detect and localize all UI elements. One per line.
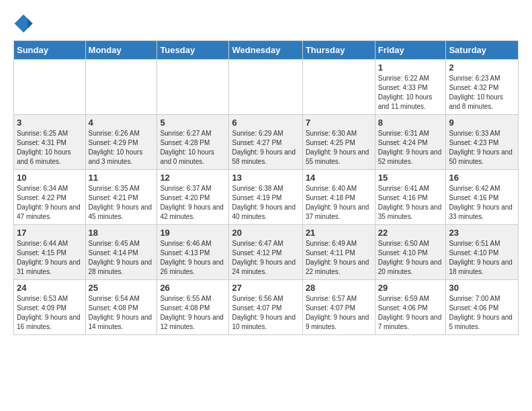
weekday-header-sunday: Sunday [14, 41, 86, 60]
calendar-cell [302, 60, 375, 115]
calendar-cell: 12Sunrise: 6:37 AM Sunset: 4:20 PM Dayli… [157, 170, 229, 225]
day-number: 26 [160, 283, 226, 293]
day-info: Sunrise: 6:55 AM Sunset: 4:08 PM Dayligh… [160, 294, 226, 332]
day-info: Sunrise: 6:30 AM Sunset: 4:25 PM Dayligh… [306, 129, 372, 167]
calendar-cell: 29Sunrise: 6:59 AM Sunset: 4:06 PM Dayli… [375, 280, 446, 335]
calendar-cell [229, 60, 302, 115]
day-number: 19 [160, 228, 226, 238]
page-header [13, 13, 519, 34]
weekday-header-wednesday: Wednesday [229, 41, 302, 60]
calendar-cell: 27Sunrise: 6:56 AM Sunset: 4:07 PM Dayli… [229, 280, 302, 335]
weekday-header-thursday: Thursday [302, 41, 375, 60]
day-number: 20 [232, 228, 299, 238]
day-number: 10 [17, 173, 83, 183]
day-number: 5 [160, 118, 226, 128]
calendar-cell: 21Sunrise: 6:49 AM Sunset: 4:11 PM Dayli… [302, 225, 375, 280]
day-info: Sunrise: 6:47 AM Sunset: 4:12 PM Dayligh… [232, 239, 299, 277]
calendar-cell: 1Sunrise: 6:22 AM Sunset: 4:33 PM Daylig… [375, 60, 446, 115]
day-info: Sunrise: 6:45 AM Sunset: 4:14 PM Dayligh… [89, 239, 154, 277]
day-number: 13 [232, 173, 299, 183]
day-number: 7 [306, 118, 372, 128]
calendar-week-row: 17Sunrise: 6:44 AM Sunset: 4:15 PM Dayli… [14, 225, 519, 280]
calendar-cell: 7Sunrise: 6:30 AM Sunset: 4:25 PM Daylig… [302, 115, 375, 170]
calendar-cell: 4Sunrise: 6:26 AM Sunset: 4:29 PM Daylig… [85, 115, 157, 170]
weekday-header-row: SundayMondayTuesdayWednesdayThursdayFrid… [14, 41, 519, 60]
day-info: Sunrise: 6:33 AM Sunset: 4:23 PM Dayligh… [449, 129, 515, 167]
calendar-cell: 30Sunrise: 7:00 AM Sunset: 4:06 PM Dayli… [446, 280, 519, 335]
day-info: Sunrise: 6:22 AM Sunset: 4:33 PM Dayligh… [378, 74, 443, 111]
day-info: Sunrise: 6:27 AM Sunset: 4:28 PM Dayligh… [160, 129, 226, 167]
calendar-cell: 19Sunrise: 6:46 AM Sunset: 4:13 PM Dayli… [157, 225, 229, 280]
svg-marker-1 [28, 19, 33, 29]
day-number: 2 [449, 62, 515, 73]
calendar-cell: 10Sunrise: 6:34 AM Sunset: 4:22 PM Dayli… [14, 170, 86, 225]
day-info: Sunrise: 6:44 AM Sunset: 4:15 PM Dayligh… [17, 239, 83, 277]
day-number: 27 [232, 283, 299, 293]
weekday-header-tuesday: Tuesday [157, 41, 229, 60]
day-info: Sunrise: 6:40 AM Sunset: 4:18 PM Dayligh… [306, 184, 372, 222]
calendar-cell: 5Sunrise: 6:27 AM Sunset: 4:28 PM Daylig… [157, 115, 229, 170]
calendar-week-row: 1Sunrise: 6:22 AM Sunset: 4:33 PM Daylig… [14, 60, 519, 115]
day-info: Sunrise: 6:59 AM Sunset: 4:06 PM Dayligh… [378, 294, 443, 332]
day-number: 12 [160, 173, 226, 183]
day-info: Sunrise: 6:42 AM Sunset: 4:16 PM Dayligh… [449, 184, 515, 222]
logo [13, 13, 36, 34]
day-info: Sunrise: 6:54 AM Sunset: 4:08 PM Dayligh… [89, 294, 154, 332]
calendar-cell [14, 60, 86, 115]
logo-icon [13, 13, 34, 34]
day-info: Sunrise: 6:41 AM Sunset: 4:16 PM Dayligh… [378, 184, 443, 222]
calendar-cell: 28Sunrise: 6:57 AM Sunset: 4:07 PM Dayli… [302, 280, 375, 335]
calendar-cell: 16Sunrise: 6:42 AM Sunset: 4:16 PM Dayli… [446, 170, 519, 225]
day-number: 17 [17, 228, 83, 238]
day-info: Sunrise: 6:23 AM Sunset: 4:32 PM Dayligh… [449, 74, 515, 111]
calendar-cell: 9Sunrise: 6:33 AM Sunset: 4:23 PM Daylig… [446, 115, 519, 170]
calendar-cell: 14Sunrise: 6:40 AM Sunset: 4:18 PM Dayli… [302, 170, 375, 225]
calendar-cell: 20Sunrise: 6:47 AM Sunset: 4:12 PM Dayli… [229, 225, 302, 280]
day-number: 14 [306, 173, 372, 183]
calendar-cell: 18Sunrise: 6:45 AM Sunset: 4:14 PM Dayli… [85, 225, 157, 280]
day-info: Sunrise: 6:37 AM Sunset: 4:20 PM Dayligh… [160, 184, 226, 222]
day-info: Sunrise: 6:25 AM Sunset: 4:31 PM Dayligh… [17, 129, 83, 167]
calendar-cell: 13Sunrise: 6:38 AM Sunset: 4:19 PM Dayli… [229, 170, 302, 225]
calendar-cell: 23Sunrise: 6:51 AM Sunset: 4:10 PM Dayli… [446, 225, 519, 280]
day-info: Sunrise: 6:31 AM Sunset: 4:24 PM Dayligh… [378, 129, 443, 167]
calendar-cell: 25Sunrise: 6:54 AM Sunset: 4:08 PM Dayli… [85, 280, 157, 335]
calendar-cell: 24Sunrise: 6:53 AM Sunset: 4:09 PM Dayli… [14, 280, 86, 335]
calendar-cell: 22Sunrise: 6:50 AM Sunset: 4:10 PM Dayli… [375, 225, 446, 280]
day-info: Sunrise: 6:46 AM Sunset: 4:13 PM Dayligh… [160, 239, 226, 277]
day-info: Sunrise: 6:26 AM Sunset: 4:29 PM Dayligh… [89, 129, 154, 167]
day-number: 23 [449, 228, 515, 238]
calendar-week-row: 10Sunrise: 6:34 AM Sunset: 4:22 PM Dayli… [14, 170, 519, 225]
day-number: 28 [306, 283, 372, 293]
day-number: 11 [89, 173, 154, 183]
day-info: Sunrise: 6:56 AM Sunset: 4:07 PM Dayligh… [232, 294, 299, 332]
calendar-cell [157, 60, 229, 115]
day-number: 29 [378, 283, 443, 293]
day-info: Sunrise: 6:29 AM Sunset: 4:27 PM Dayligh… [232, 129, 299, 167]
day-number: 30 [449, 283, 515, 293]
day-info: Sunrise: 7:00 AM Sunset: 4:06 PM Dayligh… [449, 294, 515, 332]
calendar-cell: 26Sunrise: 6:55 AM Sunset: 4:08 PM Dayli… [157, 280, 229, 335]
day-info: Sunrise: 6:34 AM Sunset: 4:22 PM Dayligh… [17, 184, 83, 222]
calendar-cell: 2Sunrise: 6:23 AM Sunset: 4:32 PM Daylig… [446, 60, 519, 115]
day-number: 16 [449, 173, 515, 183]
day-number: 1 [378, 62, 443, 73]
day-info: Sunrise: 6:35 AM Sunset: 4:21 PM Dayligh… [89, 184, 154, 222]
day-number: 9 [449, 118, 515, 128]
day-number: 3 [17, 118, 83, 128]
calendar-cell: 15Sunrise: 6:41 AM Sunset: 4:16 PM Dayli… [375, 170, 446, 225]
calendar-cell: 6Sunrise: 6:29 AM Sunset: 4:27 PM Daylig… [229, 115, 302, 170]
day-info: Sunrise: 6:53 AM Sunset: 4:09 PM Dayligh… [17, 294, 83, 332]
weekday-header-monday: Monday [85, 41, 157, 60]
day-info: Sunrise: 6:38 AM Sunset: 4:19 PM Dayligh… [232, 184, 299, 222]
weekday-header-saturday: Saturday [446, 41, 519, 60]
day-number: 25 [89, 283, 154, 293]
calendar-week-row: 24Sunrise: 6:53 AM Sunset: 4:09 PM Dayli… [14, 280, 519, 335]
calendar-cell: 17Sunrise: 6:44 AM Sunset: 4:15 PM Dayli… [14, 225, 86, 280]
day-number: 6 [232, 118, 299, 128]
day-info: Sunrise: 6:57 AM Sunset: 4:07 PM Dayligh… [306, 294, 372, 332]
calendar-table: SundayMondayTuesdayWednesdayThursdayFrid… [13, 40, 519, 335]
day-number: 18 [89, 228, 154, 238]
day-info: Sunrise: 6:50 AM Sunset: 4:10 PM Dayligh… [378, 239, 443, 277]
day-number: 8 [378, 118, 443, 128]
